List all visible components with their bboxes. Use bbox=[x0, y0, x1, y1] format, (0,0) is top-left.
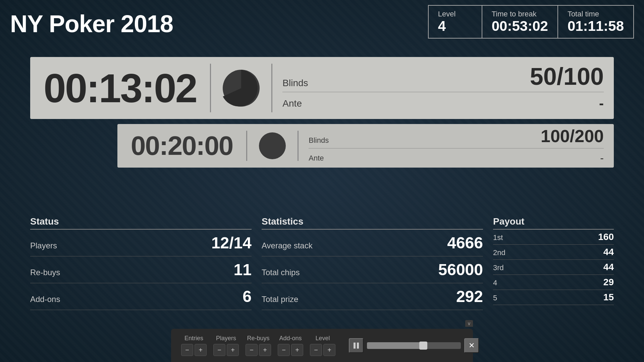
rebuys-plus-button[interactable]: + bbox=[259, 344, 271, 356]
pie-chart-icon bbox=[221, 68, 261, 108]
blinds-row: Blinds 50/100 bbox=[282, 64, 604, 92]
toolbar-addons-label: Add-ons bbox=[279, 335, 302, 342]
rebuys-minus-button[interactable]: − bbox=[246, 344, 258, 356]
next-blinds-value: 100/200 bbox=[541, 127, 604, 145]
svg-rect-2 bbox=[354, 343, 356, 349]
ante-row: Ante - bbox=[282, 96, 604, 112]
level-plus-button[interactable]: + bbox=[323, 344, 335, 356]
total-chips-label: Total chips bbox=[262, 268, 300, 277]
players-label: Players bbox=[30, 241, 57, 250]
level-label: Level bbox=[438, 10, 472, 18]
level-buttons: − + bbox=[310, 344, 335, 356]
total-prize-label: Total prize bbox=[262, 295, 298, 304]
addons-minus-button[interactable]: − bbox=[278, 344, 290, 356]
players-buttons: − + bbox=[213, 344, 239, 356]
pause-button[interactable] bbox=[349, 338, 364, 353]
pie-section bbox=[211, 57, 271, 119]
progress-handle[interactable] bbox=[419, 342, 427, 350]
payout-place-3: 3rd bbox=[493, 263, 504, 272]
payout-amount-5: 15 bbox=[603, 292, 614, 303]
avg-stack-value: 4666 bbox=[447, 234, 483, 252]
payout-panel: Payout 1st1602nd443rd44429515 bbox=[493, 216, 614, 310]
next-blinds-label: Blinds bbox=[309, 136, 329, 145]
entries-buttons: − + bbox=[181, 344, 207, 356]
entries-minus-button[interactable]: − bbox=[181, 344, 193, 356]
addons-group: Add-ons − + bbox=[278, 335, 303, 356]
time-to-break-value: 00:53:02 bbox=[492, 18, 548, 34]
next-blinds-section: Blinds 100/200 Ante - bbox=[299, 124, 614, 168]
payout-row-5: 515 bbox=[493, 290, 614, 305]
payout-amount-4: 29 bbox=[603, 277, 614, 288]
payout-amount-1: 160 bbox=[598, 232, 614, 242]
addons-row: Add-ons 6 bbox=[30, 283, 252, 310]
ante-value: - bbox=[599, 96, 604, 112]
ante-label: Ante bbox=[282, 98, 302, 109]
blinds-label: Blinds bbox=[282, 78, 308, 88]
playback-controls: ✕ bbox=[349, 338, 479, 353]
next-timer-time: 00:20:00 bbox=[131, 130, 233, 161]
payout-amount-3: 44 bbox=[603, 262, 614, 273]
rebuys-label: Re-buys bbox=[30, 268, 60, 277]
players-value: 12/14 bbox=[211, 234, 252, 252]
addons-label: Add-ons bbox=[30, 295, 60, 304]
total-time-value: 01:11:58 bbox=[568, 18, 624, 34]
total-prize-row: Total prize 292 bbox=[262, 283, 483, 310]
bottom-toolbar: v Entries − + Players − + Re-buys − + Ad… bbox=[171, 329, 473, 362]
total-time-label: Total time bbox=[568, 10, 624, 18]
rebuys-row: Re-buys 11 bbox=[30, 256, 252, 283]
players-group: Players − + bbox=[213, 335, 239, 356]
entries-label: Entries bbox=[184, 335, 203, 342]
statistics-panel: Statistics Average stack 4666 Total chip… bbox=[262, 216, 483, 310]
rebuys-buttons: − + bbox=[246, 344, 271, 356]
payout-place-2: 2nd bbox=[493, 248, 505, 257]
entries-plus-button[interactable]: + bbox=[195, 344, 207, 356]
payout-place-4: 4 bbox=[493, 279, 497, 287]
current-level-bar: 00:13:02 Blinds 50/100 Ante - bbox=[30, 57, 614, 119]
blinds-section: Blinds 50/100 Ante - bbox=[272, 57, 614, 119]
next-pie-section bbox=[247, 124, 298, 168]
players-minus-button[interactable]: − bbox=[213, 344, 225, 356]
next-pie-chart-icon bbox=[257, 131, 287, 161]
level-minus-button[interactable]: − bbox=[310, 344, 322, 356]
level-group: Level − + bbox=[310, 335, 335, 356]
payout-title: Payout bbox=[493, 216, 614, 230]
payout-row-3: 3rd44 bbox=[493, 260, 614, 275]
next-level-bar: 00:20:00 Blinds 100/200 Ante - bbox=[117, 124, 614, 168]
entries-group: Entries − + bbox=[181, 335, 207, 356]
players-plus-button[interactable]: + bbox=[227, 344, 239, 356]
svg-rect-3 bbox=[357, 343, 359, 349]
progress-bar[interactable] bbox=[367, 342, 461, 349]
next-ante-value: - bbox=[600, 152, 604, 164]
payout-rows: 1st1602nd443rd44429515 bbox=[493, 230, 614, 305]
addons-plus-button[interactable]: + bbox=[291, 344, 303, 356]
next-timer-display: 00:20:00 bbox=[117, 124, 246, 168]
payout-amount-2: 44 bbox=[603, 247, 614, 257]
time-to-break-panel: Time to break 00:53:02 bbox=[482, 6, 558, 38]
status-panel: Status Players 12/14 Re-buys 11 Add-ons … bbox=[30, 216, 252, 310]
current-timer-display: 00:13:02 bbox=[30, 57, 210, 119]
svg-point-1 bbox=[259, 132, 286, 159]
toolbar-level-label: Level bbox=[315, 335, 330, 342]
close-button[interactable]: ✕ bbox=[464, 338, 479, 353]
next-ante-row: Ante - bbox=[309, 152, 604, 164]
status-title: Status bbox=[30, 216, 252, 230]
total-prize-value: 292 bbox=[456, 287, 483, 306]
statistics-title: Statistics bbox=[262, 216, 483, 230]
header-panels: Level 4 Time to break 00:53:02 Total tim… bbox=[428, 5, 634, 39]
payout-place-1: 1st bbox=[493, 233, 503, 242]
addons-buttons: − + bbox=[278, 344, 303, 356]
payout-row-2: 2nd44 bbox=[493, 245, 614, 260]
time-to-break-label: Time to break bbox=[492, 10, 548, 18]
payout-row-4: 429 bbox=[493, 275, 614, 290]
pause-icon bbox=[353, 342, 360, 349]
next-blinds-row: Blinds 100/200 bbox=[309, 127, 604, 148]
current-timer-time: 00:13:02 bbox=[44, 65, 197, 111]
toolbar-rebuys-label: Re-buys bbox=[247, 335, 269, 342]
payout-row-1: 1st160 bbox=[493, 230, 614, 245]
total-time-panel: Total time 01:11:58 bbox=[558, 6, 633, 38]
progress-bar-fill bbox=[367, 342, 423, 349]
avg-stack-row: Average stack 4666 bbox=[262, 230, 483, 256]
payout-place-5: 5 bbox=[493, 294, 497, 302]
toolbar-players-label: Players bbox=[216, 335, 236, 342]
blinds-value: 50/100 bbox=[530, 64, 604, 88]
